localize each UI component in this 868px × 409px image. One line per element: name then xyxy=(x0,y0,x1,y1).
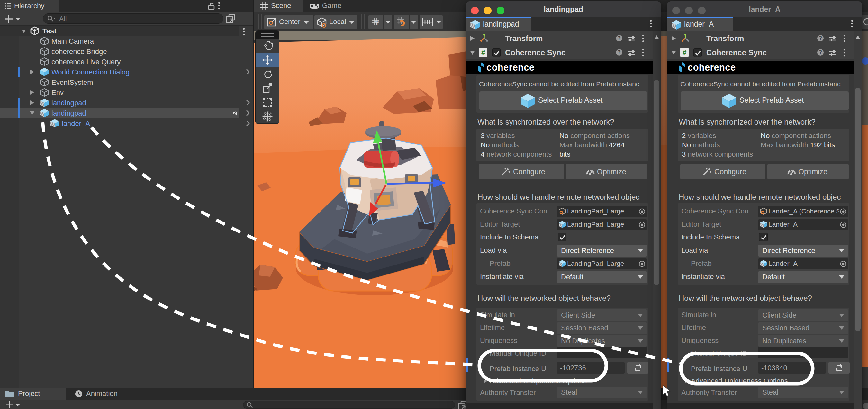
svg-text:?: ? xyxy=(819,49,822,55)
svg-text:?: ? xyxy=(618,35,621,41)
svg-text:#: # xyxy=(481,48,485,57)
svg-text:#: # xyxy=(682,48,686,57)
svg-text:?: ? xyxy=(618,49,621,55)
svg-text:?: ? xyxy=(819,35,822,41)
